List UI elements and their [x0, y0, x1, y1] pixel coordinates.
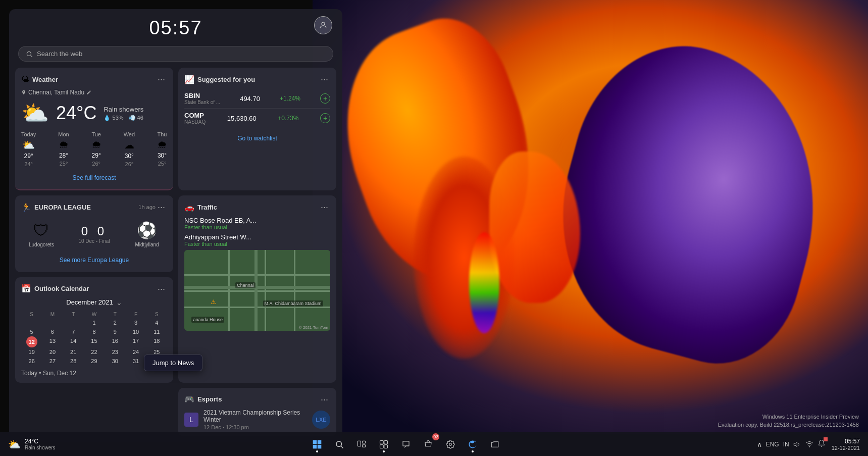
stock-row-sbin: SBIN State Bank of ... 494.70 +1.24% + — [184, 89, 330, 109]
cal-cell-7[interactable]: 7 — [63, 327, 84, 336]
match-score-col: 0 0 10 Dec - Final — [78, 224, 110, 244]
stocks-title-row: 📈 Suggested for you — [184, 75, 255, 84]
cal-cell-31[interactable]: 31 — [125, 357, 146, 366]
cal-cell[interactable] — [42, 318, 63, 327]
taskbar-search-button[interactable] — [330, 435, 348, 453]
edge-button[interactable] — [464, 435, 482, 453]
calendar-chevron-icon[interactable]: ⌄ — [116, 298, 122, 307]
svg-point-0 — [322, 22, 325, 25]
map-road-v1 — [228, 250, 230, 331]
svg-rect-15 — [384, 444, 388, 448]
cal-hdr-s2: S — [146, 311, 167, 318]
traffic-more-button[interactable]: ··· — [319, 201, 330, 213]
traffic-header: 🚗 Traffic ··· — [184, 201, 330, 213]
cal-cell-13[interactable]: 13 — [42, 336, 63, 347]
traffic-road-2: Adhiyappan Street W... — [184, 233, 330, 241]
cal-cell-4[interactable]: 4 — [146, 318, 167, 327]
svg-point-16 — [449, 443, 452, 445]
calendar-title: Outlook Calendar — [34, 285, 89, 292]
cal-cell-5[interactable]: 5 — [21, 327, 42, 336]
cal-cell-28[interactable]: 28 — [63, 357, 84, 366]
cal-cell-2[interactable]: 2 — [105, 318, 125, 327]
taskbar-desc: Rain showers — [25, 445, 56, 450]
traffic-route-1: NSC Bose Road EB, A... Faster than usual — [184, 217, 330, 230]
cal-cell-6[interactable]: 6 — [42, 327, 63, 336]
calendar-more-button[interactable]: ··· — [156, 283, 167, 294]
panel-header: 05:57 — [9, 9, 342, 43]
cal-cell-24[interactable]: 24 — [125, 347, 146, 357]
region-indicator[interactable]: IN — [783, 441, 789, 448]
cal-cell-21[interactable]: 21 — [63, 347, 84, 357]
cal-cell-18[interactable]: 18 — [146, 336, 167, 347]
up-arrow-icon[interactable]: ∧ — [757, 440, 762, 448]
svg-marker-17 — [794, 442, 797, 446]
task-view-button[interactable] — [352, 435, 371, 453]
cal-cell-20[interactable]: 20 — [42, 347, 63, 357]
store-icon — [424, 440, 433, 449]
cal-cell-10[interactable]: 10 — [125, 327, 146, 336]
svg-rect-13 — [384, 440, 388, 444]
notification-area[interactable] — [818, 439, 826, 449]
weather-location-text: Chennai, Tamil Nadu — [28, 89, 84, 96]
file-explorer-button[interactable] — [486, 435, 504, 453]
cal-cell[interactable] — [21, 318, 42, 327]
esports-event-name: 2021 Vietnam Championship Series Winter — [203, 409, 307, 423]
stocks-more-button[interactable]: ··· — [319, 74, 330, 85]
panel-clock: 05:57 — [149, 17, 202, 39]
europa-more-button[interactable]: ··· — [156, 201, 167, 213]
stock-add-sbin-button[interactable]: + — [320, 93, 330, 104]
see-full-forecast-button[interactable]: See full forecast — [21, 172, 167, 183]
settings-button[interactable] — [441, 435, 459, 453]
cal-cell-17[interactable]: 17 — [125, 336, 146, 347]
cal-cell-22[interactable]: 22 — [84, 347, 105, 357]
taskbar-clock[interactable]: 05:57 12-12-2021 — [832, 438, 860, 451]
go-to-watchlist-button[interactable]: Go to watchlist — [184, 133, 330, 144]
cal-cell-27[interactable]: 27 — [42, 357, 63, 366]
cal-cell[interactable] — [63, 318, 84, 327]
start-button[interactable] — [308, 435, 326, 453]
stock-add-comp-button[interactable]: + — [320, 113, 330, 123]
network-icon[interactable] — [805, 440, 813, 448]
cal-cell-8[interactable]: 8 — [84, 327, 105, 336]
cal-cell-16[interactable]: 16 — [105, 336, 125, 347]
notification-dot — [824, 437, 828, 441]
search-bar[interactable]: Search the web — [18, 46, 333, 62]
weather-more-button[interactable]: ··· — [156, 74, 167, 85]
cal-cell-30[interactable]: 30 — [105, 357, 125, 366]
cal-cell-9[interactable]: 9 — [105, 327, 125, 336]
cal-cell-today[interactable]: 12 — [26, 336, 37, 347]
cal-cell-19[interactable]: 19 — [21, 347, 42, 357]
system-info: Windows 11 Enterprise Insider Preview Ev… — [718, 413, 859, 429]
cal-cell-11[interactable]: 11 — [146, 327, 167, 336]
map-road-v3 — [294, 250, 295, 331]
cal-cell-15[interactable]: 15 — [84, 336, 105, 347]
weather-forecast: Today ⛅ 29° 24° Mon 🌧 28° 25° Tue 🌧 — [21, 131, 167, 167]
cal-cell-23[interactable]: 23 — [105, 347, 125, 357]
widgets-button[interactable] — [375, 435, 393, 453]
jump-to-news-tooltip[interactable]: Jump to News — [144, 354, 202, 371]
esports-more-button[interactable]: ··· — [319, 394, 330, 405]
cal-cell-26[interactable]: 26 — [21, 357, 42, 366]
esports-icon: 🎮 — [184, 394, 194, 404]
volume-icon[interactable] — [793, 440, 801, 448]
europa-header: 🏃 EUROPA LEAGUE 1h ago ··· — [21, 201, 167, 213]
cal-cell-1[interactable]: 1 — [84, 318, 105, 327]
europa-widget: 🏃 EUROPA LEAGUE 1h ago ··· 🛡 Ludogorets … — [15, 195, 173, 272]
file-explorer-icon — [490, 440, 499, 449]
svg-rect-12 — [380, 440, 384, 444]
chat-button[interactable] — [397, 435, 415, 453]
weather-title-row: 🌤 Weather — [21, 75, 58, 84]
sys-info-line2: Evaluation copy. Build 22518.rs_prerelea… — [718, 421, 859, 429]
lang-indicator[interactable]: ENG — [766, 441, 779, 448]
svg-rect-5 — [313, 444, 317, 448]
cal-cell-14[interactable]: 14 — [63, 336, 84, 347]
cal-cell-3[interactable]: 3 — [125, 318, 146, 327]
cal-week-3: 12 13 14 15 16 17 18 — [21, 336, 167, 347]
avatar-button[interactable] — [314, 16, 332, 34]
store-button[interactable]: 93 — [419, 435, 437, 453]
see-more-europa-button[interactable]: See more Europa League — [21, 255, 167, 266]
stocks-header: 📈 Suggested for you ··· — [184, 74, 330, 85]
svg-rect-14 — [380, 444, 384, 448]
taskbar-time: 05:57 — [845, 438, 860, 445]
cal-cell-29[interactable]: 29 — [84, 357, 105, 366]
